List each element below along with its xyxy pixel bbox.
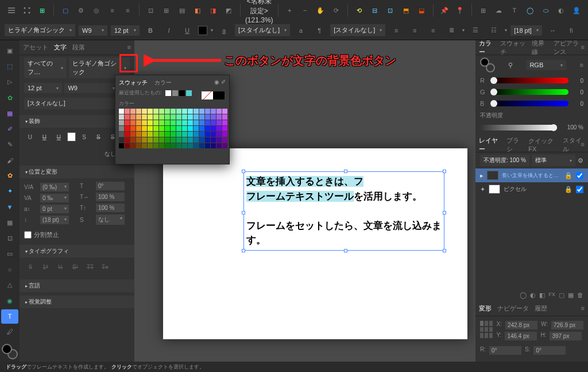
swatch-cell[interactable] bbox=[125, 132, 130, 137]
para-style-icon[interactable]: a bbox=[293, 24, 308, 37]
rotate-icon[interactable]: ⟳ bbox=[330, 3, 343, 17]
hscale-field[interactable]: 100 % bbox=[96, 193, 125, 201]
effects-tool[interactable]: ✦ bbox=[1, 184, 18, 198]
swatch-cell[interactable] bbox=[142, 132, 147, 137]
swatch-cell[interactable] bbox=[142, 120, 147, 125]
g-value[interactable]: 0 bbox=[572, 89, 583, 95]
no-break-checkbox[interactable] bbox=[24, 231, 32, 239]
layer-mask-icon[interactable]: ◧ bbox=[539, 292, 545, 299]
swatch-cell[interactable] bbox=[205, 109, 210, 114]
shape-tool[interactable]: ◉ bbox=[1, 294, 18, 308]
swatch-cell[interactable] bbox=[199, 137, 204, 143]
typo-titling-button[interactable]: TT bbox=[84, 261, 96, 273]
tab-paragraph[interactable]: 段落 bbox=[72, 43, 85, 52]
rtab-layers[interactable]: レイヤー bbox=[479, 136, 501, 154]
panel-style-none[interactable]: [スタイルなし] bbox=[24, 98, 130, 109]
colorpop-tab-swatch[interactable]: スウォッチ bbox=[119, 79, 148, 87]
transform-w[interactable]: 726.9 px bbox=[551, 321, 583, 329]
swatch-cell[interactable] bbox=[125, 114, 130, 120]
typo-fi-button[interactable]: fi bbox=[24, 261, 37, 273]
swatch-cell[interactable] bbox=[199, 143, 204, 148]
ligature-icon[interactable]: fi bbox=[564, 24, 579, 37]
gear-icon[interactable]: ⚙ bbox=[75, 3, 88, 17]
swatch-cell[interactable] bbox=[153, 143, 158, 148]
swatch-cell[interactable] bbox=[165, 132, 170, 137]
swatch-cell[interactable] bbox=[148, 143, 153, 148]
swatch-cell[interactable] bbox=[142, 114, 147, 120]
swatch-cell[interactable] bbox=[148, 137, 153, 143]
swatch-cell[interactable] bbox=[159, 114, 164, 120]
strike-none-button[interactable]: S bbox=[78, 131, 90, 143]
swatch-cell[interactable] bbox=[148, 126, 153, 131]
layer-lock-icon[interactable]: 🔒 bbox=[564, 172, 572, 179]
move-tool[interactable]: ▣ bbox=[1, 44, 18, 58]
align-v-icon[interactable]: ⊡ bbox=[384, 3, 397, 17]
swatch-cell[interactable] bbox=[165, 120, 170, 125]
gear-tool[interactable]: ✿ bbox=[1, 90, 18, 105]
prefs-icon[interactable]: ◎ bbox=[90, 3, 103, 17]
swatch-cell[interactable] bbox=[125, 120, 130, 125]
swatch-cell[interactable] bbox=[182, 137, 187, 143]
swatch-cell[interactable] bbox=[165, 114, 170, 120]
swatch-cell[interactable] bbox=[119, 137, 124, 143]
anchor-widget[interactable] bbox=[480, 321, 493, 338]
swatch-cell[interactable] bbox=[199, 132, 204, 137]
swatch-cell[interactable] bbox=[136, 132, 141, 137]
swatch-cell[interactable] bbox=[130, 137, 136, 143]
swatch-cell[interactable] bbox=[136, 109, 141, 114]
underline-none-button[interactable]: U bbox=[24, 131, 36, 143]
zoom-out-icon[interactable]: − bbox=[299, 3, 312, 17]
leading-select[interactable]: [18 pt] bbox=[510, 25, 542, 36]
color-mode-select[interactable]: RGB bbox=[526, 60, 566, 70]
pin-icon[interactable]: 📌 bbox=[438, 3, 451, 17]
swatch-cell[interactable] bbox=[130, 143, 136, 148]
swatch-cell[interactable] bbox=[148, 120, 153, 125]
rtab-menu-icon[interactable]: ≡ bbox=[581, 44, 585, 51]
align-left-icon[interactable]: ≡ bbox=[106, 3, 119, 17]
panel-menu-icon[interactable]: ≡ bbox=[127, 44, 131, 51]
adjust-icon[interactable]: ◐ bbox=[555, 3, 568, 17]
swatch-cell[interactable] bbox=[188, 109, 193, 114]
text-frame[interactable]: 文章を挿入するときは、フ フレームテキストツールを活用します。 フレームをセット… bbox=[243, 171, 444, 251]
swatch-cell[interactable] bbox=[216, 120, 222, 125]
arrange-back-icon[interactable]: ⬓ bbox=[415, 3, 428, 17]
align-center-button[interactable]: ≡ bbox=[407, 24, 422, 37]
swatch-cell[interactable] bbox=[171, 126, 176, 131]
swatch-cell[interactable] bbox=[222, 109, 227, 114]
swatch-cell[interactable] bbox=[205, 120, 210, 125]
colorpop-tab-color[interactable]: カラー bbox=[154, 79, 172, 87]
swatch-cell[interactable] bbox=[171, 120, 176, 125]
studio-icon[interactable]: ⊞ bbox=[477, 3, 490, 17]
font-filter-select[interactable]: すべてのフ… bbox=[24, 57, 67, 78]
section-language[interactable]: 言語 bbox=[20, 279, 134, 292]
doc-setup-icon[interactable]: ▢ bbox=[59, 3, 72, 17]
swatch-cell[interactable] bbox=[199, 120, 204, 125]
rtab-color[interactable]: カラー bbox=[479, 39, 494, 56]
unpin-icon[interactable]: 📍 bbox=[454, 3, 467, 17]
swatch-cell[interactable] bbox=[194, 143, 199, 148]
swatch-cell[interactable] bbox=[205, 137, 210, 143]
swatch-cell[interactable] bbox=[182, 114, 187, 120]
swatch-cell[interactable] bbox=[153, 114, 158, 120]
swatch-cell[interactable] bbox=[165, 143, 170, 148]
swatch-cell[interactable] bbox=[194, 132, 199, 137]
gear-icon-layers[interactable]: ⚙ bbox=[578, 157, 583, 164]
arrange-front-icon[interactable]: ⬒ bbox=[399, 3, 412, 17]
pen-tool[interactable]: ✎ bbox=[1, 137, 18, 152]
fill-tool[interactable]: ▼ bbox=[1, 200, 18, 214]
swatch-cell[interactable] bbox=[130, 126, 136, 131]
align-left-button[interactable]: ≡ bbox=[389, 24, 404, 37]
swatch-cell[interactable] bbox=[182, 109, 187, 114]
swatch-cell[interactable] bbox=[153, 137, 158, 143]
stroke-icon[interactable]: ◨ bbox=[207, 3, 220, 17]
font-weight-select[interactable]: W9 bbox=[79, 25, 107, 36]
transform-h[interactable]: 397 px bbox=[550, 332, 582, 340]
swatch-cell[interactable] bbox=[176, 132, 181, 137]
layer-tag-icon[interactable]: ◯ bbox=[520, 292, 527, 299]
rect-tool[interactable]: ▭ bbox=[1, 247, 18, 261]
swatch-cell[interactable] bbox=[148, 132, 153, 137]
swatch-cell[interactable] bbox=[194, 120, 199, 125]
swatch-cell[interactable] bbox=[165, 137, 170, 143]
account-icon[interactable]: 👤 bbox=[570, 3, 583, 17]
rtab-brush[interactable]: ブラシ bbox=[506, 136, 523, 154]
